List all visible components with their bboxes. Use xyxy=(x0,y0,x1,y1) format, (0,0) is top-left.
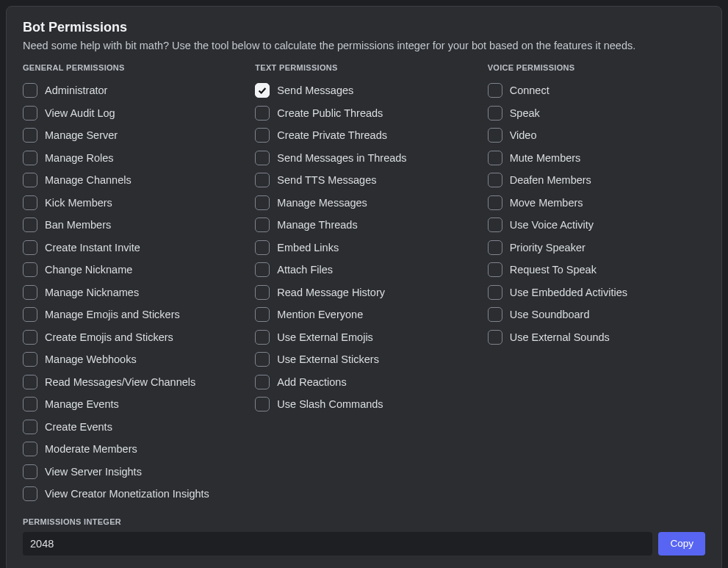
permission-row-mention-everyone[interactable]: Mention Everyone xyxy=(255,303,472,326)
permission-row-moderate-members[interactable]: Moderate Members xyxy=(23,438,240,461)
permission-checkbox-use-external-emojis[interactable] xyxy=(255,330,270,345)
permission-checkbox-use-external-sounds[interactable] xyxy=(488,330,502,345)
permission-row-use-external-emojis[interactable]: Use External Emojis xyxy=(255,326,472,349)
permission-checkbox-view-server-insights[interactable] xyxy=(23,464,37,479)
permission-checkbox-manage-server[interactable] xyxy=(23,128,37,143)
permission-checkbox-manage-events[interactable] xyxy=(23,397,37,411)
permission-row-administrator[interactable]: Administrator xyxy=(23,79,240,102)
permission-row-manage-channels[interactable]: Manage Channels xyxy=(23,169,240,192)
permission-checkbox-embed-links[interactable] xyxy=(255,240,270,255)
permission-row-add-reactions[interactable]: Add Reactions xyxy=(255,371,472,394)
permission-checkbox-create-events[interactable] xyxy=(23,420,37,434)
permission-checkbox-administrator[interactable] xyxy=(23,83,37,98)
permission-checkbox-move-members[interactable] xyxy=(488,195,502,210)
permission-checkbox-moderate-members[interactable] xyxy=(23,442,37,456)
permission-checkbox-create-instant-invite[interactable] xyxy=(23,240,37,255)
permission-checkbox-kick-members[interactable] xyxy=(23,195,37,210)
permission-checkbox-add-reactions[interactable] xyxy=(255,375,270,389)
permission-checkbox-video[interactable] xyxy=(488,128,502,143)
permission-row-view-audit-log[interactable]: View Audit Log xyxy=(23,102,240,125)
permission-row-use-embedded-activities[interactable]: Use Embedded Activities xyxy=(488,281,705,304)
permission-checkbox-manage-roles[interactable] xyxy=(23,151,37,165)
permission-checkbox-manage-emojis-and-stickers[interactable] xyxy=(23,307,37,322)
permission-label: Manage Events xyxy=(45,398,119,410)
permission-checkbox-speak[interactable] xyxy=(488,106,502,121)
permission-row-manage-messages[interactable]: Manage Messages xyxy=(255,192,472,215)
permission-row-create-private-threads[interactable]: Create Private Threads xyxy=(255,124,472,147)
permission-checkbox-manage-threads[interactable] xyxy=(255,218,270,232)
permission-checkbox-mute-members[interactable] xyxy=(488,151,502,165)
permission-row-connect[interactable]: Connect xyxy=(488,79,705,102)
permission-checkbox-connect[interactable] xyxy=(488,83,502,98)
permission-checkbox-manage-messages[interactable] xyxy=(255,195,270,210)
permission-row-manage-emojis-and-stickers[interactable]: Manage Emojis and Stickers xyxy=(23,303,240,326)
permission-row-manage-nicknames[interactable]: Manage Nicknames xyxy=(23,281,240,304)
permission-checkbox-deafen-members[interactable] xyxy=(488,173,502,187)
permission-checkbox-use-voice-activity[interactable] xyxy=(488,218,502,232)
permission-row-attach-files[interactable]: Attach Files xyxy=(255,259,472,281)
permission-row-view-creator-monetization-insights[interactable]: View Creator Monetization Insights xyxy=(23,483,240,506)
permission-checkbox-send-messages-in-threads[interactable] xyxy=(255,151,270,165)
permission-row-send-messages-in-threads[interactable]: Send Messages in Threads xyxy=(255,147,472,170)
permission-label: Mute Members xyxy=(510,152,581,164)
permission-row-embed-links[interactable]: Embed Links xyxy=(255,237,472,259)
permission-checkbox-use-soundboard[interactable] xyxy=(488,307,502,322)
permission-row-read-message-history[interactable]: Read Message History xyxy=(255,281,472,304)
permission-row-use-external-stickers[interactable]: Use External Stickers xyxy=(255,348,472,371)
permission-row-ban-members[interactable]: Ban Members xyxy=(23,214,240,237)
permission-checkbox-attach-files[interactable] xyxy=(255,262,270,277)
permission-row-manage-webhooks[interactable]: Manage Webhooks xyxy=(23,348,240,371)
permission-row-use-voice-activity[interactable]: Use Voice Activity xyxy=(488,214,705,237)
permission-row-read-messages-view-channels[interactable]: Read Messages/View Channels xyxy=(23,371,240,394)
copy-button[interactable]: Copy xyxy=(658,532,705,556)
permission-checkbox-view-creator-monetization-insights[interactable] xyxy=(23,486,37,501)
permission-row-create-emojis-and-stickers[interactable]: Create Emojis and Stickers xyxy=(23,326,240,349)
permission-row-use-soundboard[interactable]: Use Soundboard xyxy=(488,303,705,326)
permission-checkbox-mention-everyone[interactable] xyxy=(255,307,270,322)
permission-row-video[interactable]: Video xyxy=(488,124,705,147)
permission-row-create-events[interactable]: Create Events xyxy=(23,416,240,439)
permission-checkbox-create-public-threads[interactable] xyxy=(255,106,270,121)
permission-checkbox-send-tts-messages[interactable] xyxy=(255,173,270,187)
permission-label: Manage Server xyxy=(45,129,118,141)
permission-checkbox-send-messages[interactable] xyxy=(255,83,270,98)
permission-row-change-nickname[interactable]: Change Nickname xyxy=(23,259,240,281)
permission-row-manage-events[interactable]: Manage Events xyxy=(23,393,240,416)
permission-row-request-to-speak[interactable]: Request To Speak xyxy=(488,259,705,281)
permission-row-kick-members[interactable]: Kick Members xyxy=(23,192,240,215)
permission-row-view-server-insights[interactable]: View Server Insights xyxy=(23,461,240,483)
permission-row-use-slash-commands[interactable]: Use Slash Commands xyxy=(255,393,472,416)
permission-label: Connect xyxy=(510,85,549,96)
permission-checkbox-manage-webhooks[interactable] xyxy=(23,352,37,367)
permission-row-manage-roles[interactable]: Manage Roles xyxy=(23,147,240,170)
permissions-integer-input[interactable] xyxy=(23,532,652,556)
permission-checkbox-priority-speaker[interactable] xyxy=(488,240,502,255)
permissions-integer-label: Permissions Integer xyxy=(23,517,705,526)
permission-checkbox-read-messages-view-channels[interactable] xyxy=(23,375,37,389)
permission-row-speak[interactable]: Speak xyxy=(488,102,705,125)
permission-label: Create Instant Invite xyxy=(45,242,140,254)
permission-row-mute-members[interactable]: Mute Members xyxy=(488,147,705,170)
permission-row-deafen-members[interactable]: Deafen Members xyxy=(488,169,705,192)
permission-checkbox-create-private-threads[interactable] xyxy=(255,128,270,143)
permission-row-manage-server[interactable]: Manage Server xyxy=(23,124,240,147)
permission-row-manage-threads[interactable]: Manage Threads xyxy=(255,214,472,237)
permission-checkbox-manage-nicknames[interactable] xyxy=(23,285,37,300)
permission-checkbox-create-emojis-and-stickers[interactable] xyxy=(23,330,37,345)
permission-row-priority-speaker[interactable]: Priority Speaker xyxy=(488,237,705,259)
permission-row-create-public-threads[interactable]: Create Public Threads xyxy=(255,102,472,125)
permission-row-move-members[interactable]: Move Members xyxy=(488,192,705,215)
permission-checkbox-request-to-speak[interactable] xyxy=(488,262,502,277)
permission-checkbox-view-audit-log[interactable] xyxy=(23,106,37,121)
permission-checkbox-ban-members[interactable] xyxy=(23,218,37,232)
permission-row-create-instant-invite[interactable]: Create Instant Invite xyxy=(23,237,240,259)
permission-checkbox-change-nickname[interactable] xyxy=(23,262,37,277)
permission-checkbox-use-slash-commands[interactable] xyxy=(255,397,270,411)
permission-checkbox-read-message-history[interactable] xyxy=(255,285,270,300)
permission-row-send-messages[interactable]: Send Messages xyxy=(255,79,472,102)
permission-checkbox-manage-channels[interactable] xyxy=(23,173,37,187)
permission-checkbox-use-embedded-activities[interactable] xyxy=(488,285,502,300)
permission-row-use-external-sounds[interactable]: Use External Sounds xyxy=(488,326,705,349)
permission-row-send-tts-messages[interactable]: Send TTS Messages xyxy=(255,169,472,192)
permission-checkbox-use-external-stickers[interactable] xyxy=(255,352,270,367)
